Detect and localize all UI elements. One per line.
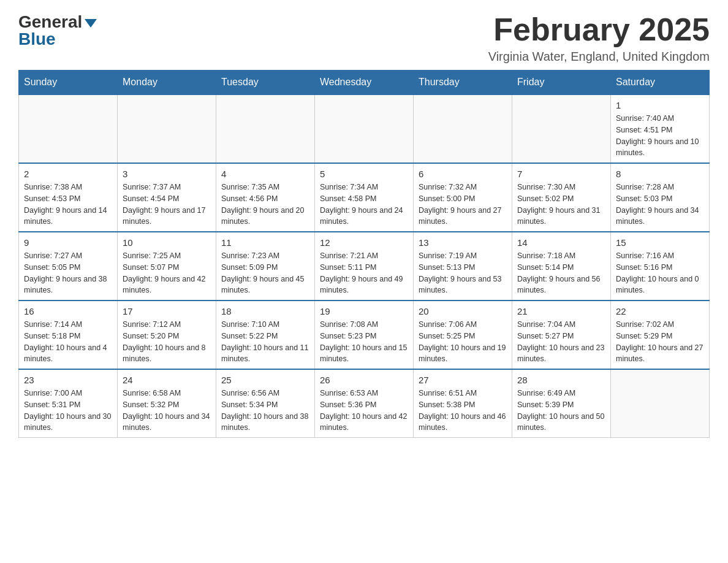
day-number: 5 xyxy=(320,169,408,179)
day-info: Sunrise: 7:00 AMSunset: 5:31 PMDaylight:… xyxy=(24,388,112,434)
calendar-day-cell: 8Sunrise: 7:28 AMSunset: 5:03 PMDaylight… xyxy=(611,163,710,232)
title-section: February 2025 Virginia Water, England, U… xyxy=(488,12,710,64)
day-number: 16 xyxy=(24,306,112,316)
day-number: 10 xyxy=(123,237,211,248)
calendar-day-cell: 20Sunrise: 7:06 AMSunset: 5:25 PMDayligh… xyxy=(414,301,512,369)
day-info: Sunrise: 7:27 AMSunset: 5:05 PMDaylight:… xyxy=(24,250,112,296)
day-number: 26 xyxy=(320,375,408,385)
day-info: Sunrise: 7:06 AMSunset: 5:25 PMDaylight:… xyxy=(419,319,507,365)
calendar-day-cell: 25Sunrise: 6:56 AMSunset: 5:34 PMDayligh… xyxy=(216,369,315,438)
day-info: Sunrise: 7:28 AMSunset: 5:03 PMDaylight:… xyxy=(616,182,704,228)
day-info: Sunrise: 7:40 AMSunset: 4:51 PMDaylight:… xyxy=(616,113,704,159)
day-of-week-header: Friday xyxy=(512,71,611,95)
calendar-day-cell: 17Sunrise: 7:12 AMSunset: 5:20 PMDayligh… xyxy=(118,301,216,369)
logo: General Blue xyxy=(18,12,97,49)
day-info: Sunrise: 6:58 AMSunset: 5:32 PMDaylight:… xyxy=(123,388,211,434)
calendar-day-cell: 27Sunrise: 6:51 AMSunset: 5:38 PMDayligh… xyxy=(414,369,512,438)
day-info: Sunrise: 7:34 AMSunset: 4:58 PMDaylight:… xyxy=(320,182,408,228)
day-number: 15 xyxy=(616,237,704,248)
calendar-day-cell: 15Sunrise: 7:16 AMSunset: 5:16 PMDayligh… xyxy=(611,232,710,301)
day-number: 7 xyxy=(517,169,605,179)
calendar-week-row: 16Sunrise: 7:14 AMSunset: 5:18 PMDayligh… xyxy=(19,301,710,369)
day-number: 2 xyxy=(24,169,112,179)
calendar-day-cell: 22Sunrise: 7:02 AMSunset: 5:29 PMDayligh… xyxy=(611,301,710,369)
day-of-week-header: Thursday xyxy=(414,71,512,95)
day-number: 25 xyxy=(221,375,309,385)
day-info: Sunrise: 7:23 AMSunset: 5:09 PMDaylight:… xyxy=(221,250,309,296)
day-number: 1 xyxy=(616,100,704,110)
calendar-day-cell: 4Sunrise: 7:35 AMSunset: 4:56 PMDaylight… xyxy=(216,163,315,232)
day-info: Sunrise: 7:25 AMSunset: 5:07 PMDaylight:… xyxy=(123,250,211,296)
logo-arrow-icon xyxy=(85,19,97,28)
day-number: 19 xyxy=(320,306,408,316)
day-info: Sunrise: 7:37 AMSunset: 4:54 PMDaylight:… xyxy=(123,182,211,228)
day-of-week-header: Sunday xyxy=(19,71,118,95)
calendar-day-cell: 5Sunrise: 7:34 AMSunset: 4:58 PMDaylight… xyxy=(315,163,414,232)
calendar-day-cell: 16Sunrise: 7:14 AMSunset: 5:18 PMDayligh… xyxy=(19,301,118,369)
day-info: Sunrise: 7:18 AMSunset: 5:14 PMDaylight:… xyxy=(517,250,605,296)
day-number: 22 xyxy=(616,306,704,316)
day-number: 17 xyxy=(123,306,211,316)
day-number: 4 xyxy=(221,169,309,179)
day-of-week-header: Monday xyxy=(118,71,216,95)
calendar-week-row: 2Sunrise: 7:38 AMSunset: 4:53 PMDaylight… xyxy=(19,163,710,232)
calendar-day-cell: 1Sunrise: 7:40 AMSunset: 4:51 PMDaylight… xyxy=(611,94,710,163)
calendar-day-cell: 3Sunrise: 7:37 AMSunset: 4:54 PMDaylight… xyxy=(118,163,216,232)
day-number: 3 xyxy=(123,169,211,179)
day-info: Sunrise: 7:12 AMSunset: 5:20 PMDaylight:… xyxy=(123,319,211,365)
day-of-week-header: Saturday xyxy=(611,71,710,95)
calendar-title: February 2025 xyxy=(488,12,710,47)
day-number: 13 xyxy=(419,237,507,248)
calendar-day-cell: 26Sunrise: 6:53 AMSunset: 5:36 PMDayligh… xyxy=(315,369,414,438)
day-info: Sunrise: 7:10 AMSunset: 5:22 PMDaylight:… xyxy=(221,319,309,365)
calendar-day-cell xyxy=(611,369,710,438)
day-info: Sunrise: 7:02 AMSunset: 5:29 PMDaylight:… xyxy=(616,319,704,365)
day-info: Sunrise: 6:53 AMSunset: 5:36 PMDaylight:… xyxy=(320,388,408,434)
calendar-day-cell xyxy=(512,94,611,163)
day-number: 23 xyxy=(24,375,112,385)
day-info: Sunrise: 7:08 AMSunset: 5:23 PMDaylight:… xyxy=(320,319,408,365)
day-number: 14 xyxy=(517,237,605,248)
calendar-week-row: 23Sunrise: 7:00 AMSunset: 5:31 PMDayligh… xyxy=(19,369,710,438)
calendar-day-cell xyxy=(19,94,118,163)
calendar-week-row: 9Sunrise: 7:27 AMSunset: 5:05 PMDaylight… xyxy=(19,232,710,301)
day-number: 28 xyxy=(517,375,605,385)
calendar-day-cell xyxy=(315,94,414,163)
day-number: 18 xyxy=(221,306,309,316)
day-info: Sunrise: 7:16 AMSunset: 5:16 PMDaylight:… xyxy=(616,250,704,296)
calendar-day-cell xyxy=(118,94,216,163)
day-info: Sunrise: 7:32 AMSunset: 5:00 PMDaylight:… xyxy=(419,182,507,228)
calendar-day-cell: 12Sunrise: 7:21 AMSunset: 5:11 PMDayligh… xyxy=(315,232,414,301)
day-number: 11 xyxy=(221,237,309,248)
logo-blue-text: Blue xyxy=(18,29,56,49)
calendar-day-cell: 7Sunrise: 7:30 AMSunset: 5:02 PMDaylight… xyxy=(512,163,611,232)
calendar-day-cell: 21Sunrise: 7:04 AMSunset: 5:27 PMDayligh… xyxy=(512,301,611,369)
page-header: General Blue February 2025 Virginia Wate… xyxy=(18,12,710,64)
day-number: 8 xyxy=(616,169,704,179)
day-number: 9 xyxy=(24,237,112,248)
day-info: Sunrise: 7:30 AMSunset: 5:02 PMDaylight:… xyxy=(517,182,605,228)
calendar-day-cell: 2Sunrise: 7:38 AMSunset: 4:53 PMDaylight… xyxy=(19,163,118,232)
calendar-day-cell: 28Sunrise: 6:49 AMSunset: 5:39 PMDayligh… xyxy=(512,369,611,438)
day-info: Sunrise: 7:04 AMSunset: 5:27 PMDaylight:… xyxy=(517,319,605,365)
day-of-week-header: Wednesday xyxy=(315,71,414,95)
calendar-day-cell: 11Sunrise: 7:23 AMSunset: 5:09 PMDayligh… xyxy=(216,232,315,301)
day-number: 6 xyxy=(419,169,507,179)
calendar-day-cell: 10Sunrise: 7:25 AMSunset: 5:07 PMDayligh… xyxy=(118,232,216,301)
day-info: Sunrise: 7:14 AMSunset: 5:18 PMDaylight:… xyxy=(24,319,112,365)
day-number: 27 xyxy=(419,375,507,385)
calendar-day-cell xyxy=(414,94,512,163)
day-info: Sunrise: 7:38 AMSunset: 4:53 PMDaylight:… xyxy=(24,182,112,228)
calendar-day-cell: 23Sunrise: 7:00 AMSunset: 5:31 PMDayligh… xyxy=(19,369,118,438)
calendar-subtitle: Virginia Water, England, United Kingdom xyxy=(488,50,710,64)
day-info: Sunrise: 6:49 AMSunset: 5:39 PMDaylight:… xyxy=(517,388,605,434)
calendar-week-row: 1Sunrise: 7:40 AMSunset: 4:51 PMDaylight… xyxy=(19,94,710,163)
calendar-table: SundayMondayTuesdayWednesdayThursdayFrid… xyxy=(18,70,710,438)
day-number: 21 xyxy=(517,306,605,316)
calendar-day-cell: 24Sunrise: 6:58 AMSunset: 5:32 PMDayligh… xyxy=(118,369,216,438)
day-of-week-header: Tuesday xyxy=(216,71,315,95)
day-info: Sunrise: 6:51 AMSunset: 5:38 PMDaylight:… xyxy=(419,388,507,434)
calendar-header-row: SundayMondayTuesdayWednesdayThursdayFrid… xyxy=(19,71,710,95)
day-info: Sunrise: 7:19 AMSunset: 5:13 PMDaylight:… xyxy=(419,250,507,296)
calendar-day-cell: 13Sunrise: 7:19 AMSunset: 5:13 PMDayligh… xyxy=(414,232,512,301)
